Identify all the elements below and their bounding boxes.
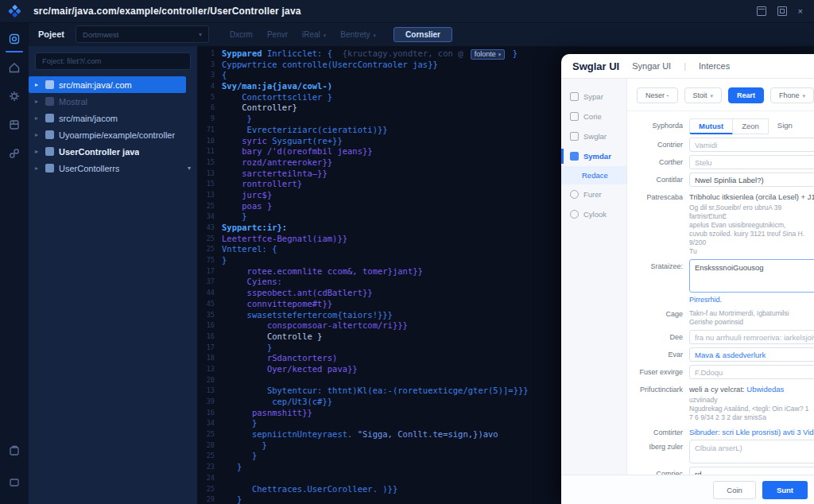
line-number: 25 [197, 234, 222, 245]
form-row: SyphordaMutustZeonSign [634, 118, 814, 138]
file-tree: ▸src/main:java/.com▸Mostral▸src/main/jac… [29, 76, 197, 176]
swagger-sidebar-item[interactable]: Cylook [561, 204, 626, 224]
swagger-sidebar-item[interactable]: Redace [561, 166, 626, 184]
code-text: bary /'d(oreofmbil jeans}} [222, 146, 373, 157]
action-button-neser[interactable]: Neser - [637, 87, 678, 103]
save-icon[interactable] [4, 440, 25, 461]
line-number: 20 [197, 375, 222, 386]
swagger-sidebar-item[interactable]: Symdar [561, 146, 626, 166]
line-number: 6 [197, 103, 222, 114]
swagger-sidebar-item[interactable]: Swglar [561, 126, 626, 146]
cancel-button[interactable]: Coin [713, 481, 756, 499]
toolbar-tab-bentrety[interactable]: Bentrety▾ [340, 30, 376, 39]
tree-item[interactable]: ▸src/main/jacom [29, 110, 197, 126]
sidebar-item-label: Cylook [583, 210, 607, 219]
text-input[interactable]: Stelu [689, 155, 814, 169]
swagger-sidebar-item[interactable]: Furer [561, 184, 626, 204]
project-dropdown-value: Dortmwest [83, 30, 118, 39]
text-input[interactable]: Vamidi [689, 138, 814, 152]
code-text: sspeobect.ant(cdBatlert}} [222, 288, 373, 299]
line-number: 25 [197, 484, 222, 495]
package-icon[interactable] [4, 114, 25, 135]
code-token: bary /'d(oreofmbil jeans}} [222, 146, 373, 156]
tree-item[interactable]: ▸UserContollerrs▾ [29, 160, 197, 176]
form-tab-mutust[interactable]: Mutust [689, 118, 733, 134]
form-field: fra nu arrhuuli remroeriva: iarkelsjoive… [689, 330, 814, 344]
swagger-sidebar-item[interactable]: Corie [561, 107, 626, 126]
code-token: Chettraces.UserCorolleer. )}} [222, 484, 397, 494]
sidebar-item-label: Sypar [583, 92, 603, 101]
tree-item-label: src/main/jacom [59, 114, 118, 123]
line-number: 37 [197, 277, 222, 288]
folder-icon [45, 114, 54, 122]
maximize-icon[interactable] [777, 6, 787, 16]
form-label: Patrescaba [634, 190, 683, 256]
panel-toggle-icon[interactable] [757, 6, 766, 16]
tree-item[interactable]: ▸Mostral [29, 93, 197, 110]
tree-item-label: src/main:java/.com [59, 80, 132, 90]
tree-item[interactable]: ▸UserController java [29, 143, 197, 160]
project-search-input[interactable]: Foject: filet?/.com [35, 52, 191, 70]
form-label: Contitlar [634, 173, 683, 187]
swagger-form: SyphordaMutustZeonSignContrierVamidiCort… [627, 118, 814, 504]
tree-item[interactable]: ▸Uyoarmpie/example/controller [29, 126, 197, 143]
form-field: EnsksssnoiGuousog▾Pirresrhid. [689, 259, 814, 304]
line-number: 25 [197, 244, 222, 255]
dashboard-icon[interactable] [4, 29, 25, 49]
home-icon[interactable] [4, 57, 25, 78]
window-title: src/mair/java.com/example/controller/Use… [33, 6, 301, 17]
form-row: ContitlarNwel Spinlia Label?) [634, 173, 814, 190]
line-number: 25 [197, 451, 222, 462]
close-icon[interactable]: × [798, 7, 803, 15]
toolbar-tab-dxcrm[interactable]: Dxcrm [230, 30, 253, 39]
title-bar: src/mair/java.com/example/controller/Use… [0, 0, 814, 23]
code-text: } [222, 114, 252, 125]
inline-dropdown-chip[interactable]: folonte▾ [471, 49, 506, 60]
field-link-text[interactable]: Sibruder: scri Lkle prosristi) avti 3 Vi… [689, 425, 814, 436]
line-number: 15 [197, 157, 222, 169]
folder-icon [45, 80, 54, 89]
text-input[interactable]: Mava & asdedverlurk [689, 347, 814, 362]
line-number: 13 [197, 190, 222, 201]
window-controls: × [757, 6, 803, 16]
text-input[interactable]: F.Ddoqu [689, 365, 814, 379]
link-icon[interactable] [4, 143, 25, 164]
line-number: 17 [197, 266, 222, 277]
form-label: Evar [634, 347, 683, 362]
field-text-link[interactable]: Ubwidedas [746, 385, 784, 394]
form-tab-sign[interactable]: Sign [769, 118, 801, 134]
submit-button[interactable]: Sunt [762, 481, 808, 499]
line-number: 16 [197, 331, 222, 343]
form-tab-zeon[interactable]: Zeon [733, 118, 769, 134]
project-dropdown[interactable]: Dortmwest ▾ [76, 25, 209, 43]
code-token: Vntterel: { [222, 244, 277, 254]
settings-icon[interactable] [4, 86, 25, 107]
form-tabs: MutustZeonSign [689, 118, 814, 134]
swagger-sidebar-item[interactable]: Sypar [561, 87, 626, 107]
code-token: rotee.ecomnlite ccom&, tomer}jant}} [222, 266, 423, 276]
toolbar-tab-ireal[interactable]: iReal▾ [302, 30, 326, 39]
code-token: } [222, 451, 257, 460]
code-text: pasnmshitt}} [222, 408, 312, 419]
swagger-tab-interces[interactable]: Interces [699, 61, 730, 71]
textarea-input[interactable]: EnsksssnoiGuousog▾ [689, 259, 814, 293]
swagger-tab-syngar[interactable]: Syngar UI [632, 61, 671, 71]
field-text-main: Tribholuc itksienlea (orcila Lesel) + J1… [689, 192, 814, 201]
action-button-reart[interactable]: Reart [728, 87, 764, 103]
tree-item[interactable]: ▸src/main:java/.com [29, 76, 186, 93]
text-input[interactable]: fra nu arrhuuli remroeriva: iarkelsjoive… [689, 330, 814, 344]
controller-button[interactable]: Cornslier [393, 27, 452, 42]
field-link[interactable]: Pirresrhid. [689, 296, 814, 304]
toolbar-tab-penvr[interactable]: Penvr [267, 30, 288, 39]
action-button-fhone[interactable]: Fhone▾ [770, 87, 814, 103]
sidebar-item-label: Swglar [583, 132, 607, 141]
frame-icon[interactable] [4, 472, 25, 493]
form-label: Corther [634, 155, 683, 169]
form-row: PatrescabaTribholuc itksienlea (orcila L… [634, 190, 814, 259]
text-input[interactable]: Nwel Spinlia Label?) [689, 173, 814, 187]
code-token: cep/Ut3(c#}} [222, 397, 332, 406]
textarea-input[interactable]: Clbuia arserL) [689, 440, 814, 463]
action-button-stoit[interactable]: Stoit▾ [684, 87, 723, 103]
code-token: swasetstefertercom{taiors!}}} [222, 310, 393, 320]
project-panel: Foject: filet?/.com ▸src/main:java/.com▸… [29, 46, 197, 504]
